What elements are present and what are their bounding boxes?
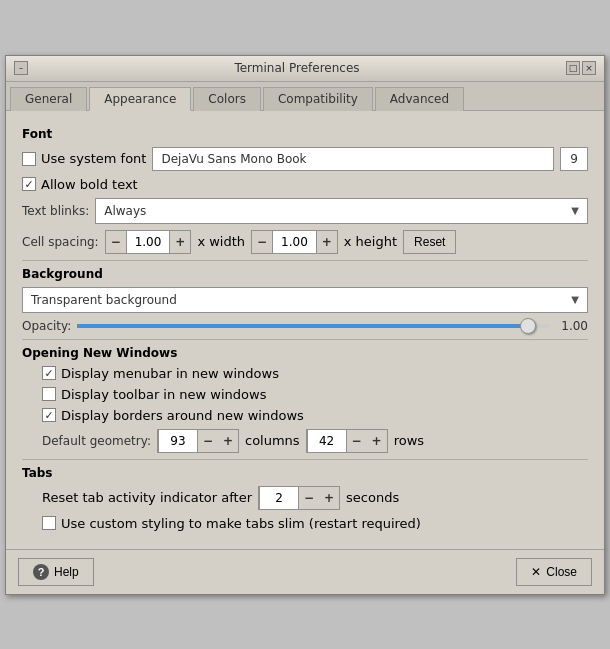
tab-general[interactable]: General xyxy=(10,87,87,111)
rows-increase-button[interactable]: + xyxy=(367,430,387,452)
reset-tab-row: Reset tab activity indicator after 2 − +… xyxy=(42,486,588,510)
separator-1 xyxy=(22,260,588,261)
text-blinks-dropdown-wrap: Always ▼ xyxy=(95,198,588,224)
text-blinks-label: Text blinks: xyxy=(22,204,89,218)
use-system-font-checkbox-wrap[interactable]: Use system font xyxy=(22,151,146,166)
minimize-button[interactable]: – xyxy=(14,61,28,75)
background-arrow-icon: ▼ xyxy=(571,294,579,305)
content-area: Font Use system font DejaVu Sans Mono Bo… xyxy=(6,111,604,549)
reset-tab-increase-button[interactable]: + xyxy=(319,487,339,509)
titlebar-controls: – xyxy=(14,61,28,75)
help-button[interactable]: ? Help xyxy=(18,558,94,586)
display-toolbar-row: Display toolbar in new windows xyxy=(42,387,588,402)
titlebar: – Terminal Preferences □ × xyxy=(6,56,604,82)
custom-styling-label: Use custom styling to make tabs slim (re… xyxy=(61,516,421,531)
maximize-button[interactable]: □ xyxy=(566,61,580,75)
custom-styling-checkbox-wrap[interactable]: Use custom styling to make tabs slim (re… xyxy=(42,516,421,531)
x-height-label: x height xyxy=(344,234,397,249)
new-windows-section-title: Opening New Windows xyxy=(22,346,588,360)
reset-tab-decrease-button[interactable]: − xyxy=(299,487,319,509)
display-toolbar-checkbox[interactable] xyxy=(42,387,56,401)
preferences-window: – Terminal Preferences □ × General Appea… xyxy=(5,55,605,595)
font-section-title: Font xyxy=(22,127,588,141)
tabs-bar: General Appearance Colors Compatibility … xyxy=(6,82,604,111)
allow-bold-label: Allow bold text xyxy=(41,177,138,192)
allow-bold-row: Allow bold text xyxy=(22,177,588,192)
close-icon: ✕ xyxy=(531,565,541,579)
bottom-bar: ? Help ✕ Close xyxy=(6,549,604,594)
reset-tab-label: Reset tab activity indicator after xyxy=(42,490,252,505)
close-button[interactable]: ✕ Close xyxy=(516,558,592,586)
titlebar-right: □ × xyxy=(566,61,596,75)
display-menubar-label: Display menubar in new windows xyxy=(61,366,279,381)
reset-tab-value: 2 xyxy=(259,487,299,509)
columns-increase-button[interactable]: + xyxy=(218,430,238,452)
columns-decrease-button[interactable]: − xyxy=(198,430,218,452)
tab-advanced[interactable]: Advanced xyxy=(375,87,464,111)
default-geometry-label: Default geometry: xyxy=(42,434,151,448)
separator-2 xyxy=(22,339,588,340)
columns-value: 93 xyxy=(158,430,198,452)
display-borders-checkbox[interactable] xyxy=(42,408,56,422)
tabs-section-title: Tabs xyxy=(22,466,588,480)
background-value: Transparent background xyxy=(31,293,177,307)
columns-spinner: 93 − + xyxy=(157,429,239,453)
rows-value: 42 xyxy=(307,430,347,452)
separator-3 xyxy=(22,459,588,460)
cell-spacing-height-spinner: − 1.00 + xyxy=(251,230,338,254)
window-title: Terminal Preferences xyxy=(234,61,359,75)
rows-label: rows xyxy=(394,433,424,448)
columns-label: columns xyxy=(245,433,300,448)
custom-styling-checkbox[interactable] xyxy=(42,516,56,530)
cell-height-increase-button[interactable]: + xyxy=(317,231,337,253)
cell-height-value: 1.00 xyxy=(272,231,317,253)
tab-compatibility[interactable]: Compatibility xyxy=(263,87,373,111)
cell-width-value: 1.00 xyxy=(126,231,171,253)
opacity-row: Opacity: 1.00 xyxy=(22,319,588,333)
font-size-display[interactable]: 9 xyxy=(560,147,588,171)
background-dropdown-row: Transparent background ▼ xyxy=(22,287,588,313)
text-blinks-arrow-icon: ▼ xyxy=(571,205,579,216)
cell-width-increase-button[interactable]: + xyxy=(170,231,190,253)
cell-width-decrease-button[interactable]: − xyxy=(106,231,126,253)
allow-bold-checkbox[interactable] xyxy=(22,177,36,191)
use-system-font-checkbox[interactable] xyxy=(22,152,36,166)
opacity-slider[interactable] xyxy=(77,324,549,328)
help-icon: ? xyxy=(33,564,49,580)
display-toolbar-checkbox-wrap[interactable]: Display toolbar in new windows xyxy=(42,387,266,402)
cell-spacing-width-spinner: − 1.00 + xyxy=(105,230,192,254)
rows-spinner: 42 − + xyxy=(306,429,388,453)
reset-button[interactable]: Reset xyxy=(403,230,456,254)
default-geometry-row: Default geometry: 93 − + columns 42 − + … xyxy=(42,429,588,453)
custom-styling-row: Use custom styling to make tabs slim (re… xyxy=(42,516,588,531)
cell-spacing-row: Cell spacing: − 1.00 + x width − 1.00 + … xyxy=(22,230,588,254)
opacity-slider-wrap xyxy=(77,324,549,328)
display-menubar-checkbox-wrap[interactable]: Display menubar in new windows xyxy=(42,366,279,381)
rows-decrease-button[interactable]: − xyxy=(347,430,367,452)
tab-colors[interactable]: Colors xyxy=(193,87,261,111)
display-borders-checkbox-wrap[interactable]: Display borders around new windows xyxy=(42,408,304,423)
font-name-display[interactable]: DejaVu Sans Mono Book xyxy=(152,147,554,171)
use-system-font-label: Use system font xyxy=(41,151,146,166)
display-borders-label: Display borders around new windows xyxy=(61,408,304,423)
tab-appearance[interactable]: Appearance xyxy=(89,87,191,111)
allow-bold-checkbox-wrap[interactable]: Allow bold text xyxy=(22,177,138,192)
display-menubar-checkbox[interactable] xyxy=(42,366,56,380)
background-dropdown-wrap: Transparent background ▼ xyxy=(22,287,588,313)
opacity-value: 1.00 xyxy=(561,319,588,333)
font-row: Use system font DejaVu Sans Mono Book 9 xyxy=(22,147,588,171)
text-blinks-row: Text blinks: Always ▼ xyxy=(22,198,588,224)
seconds-label: seconds xyxy=(346,490,399,505)
background-dropdown[interactable]: Transparent background ▼ xyxy=(22,287,588,313)
background-section-title: Background xyxy=(22,267,588,281)
text-blinks-dropdown[interactable]: Always ▼ xyxy=(95,198,588,224)
cell-height-decrease-button[interactable]: − xyxy=(252,231,272,253)
cell-spacing-label: Cell spacing: xyxy=(22,235,99,249)
close-window-button[interactable]: × xyxy=(582,61,596,75)
x-width-label: x width xyxy=(197,234,245,249)
display-borders-row: Display borders around new windows xyxy=(42,408,588,423)
reset-tab-spinner: 2 − + xyxy=(258,486,340,510)
opacity-label: Opacity: xyxy=(22,319,71,333)
close-label: Close xyxy=(546,565,577,579)
display-toolbar-label: Display toolbar in new windows xyxy=(61,387,266,402)
